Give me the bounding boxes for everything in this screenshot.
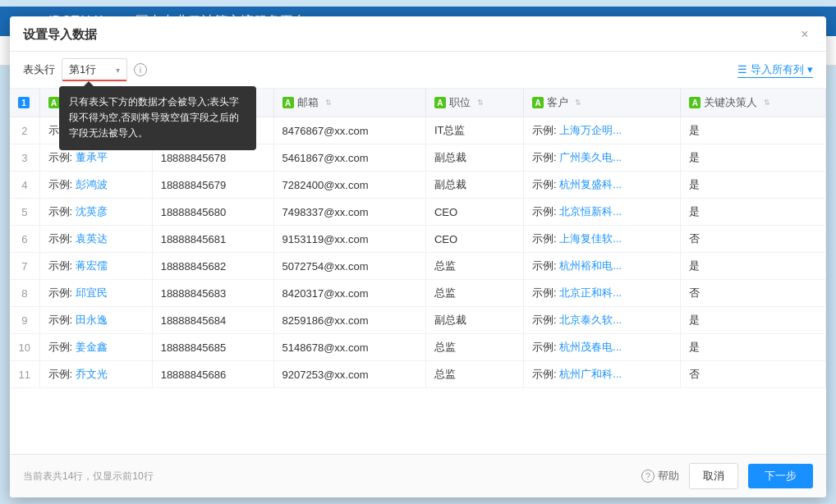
col-num-badge: 1 — [18, 97, 30, 108]
table-cell: 总监 — [425, 280, 523, 307]
table-cell: 5 — [10, 199, 39, 226]
table-cell: 18888845681 — [152, 226, 273, 253]
table-cell: 5461867@xx.com — [273, 144, 425, 172]
table-cell: 18888845679 — [152, 172, 273, 199]
import-all-button[interactable]: ☰ 导入所有列 ▾ — [737, 62, 813, 78]
col-kd-badge: A — [689, 97, 700, 108]
table-cell: 是 — [681, 253, 826, 280]
table-cell: 示例: 袁英达 — [39, 226, 152, 253]
toolbar: 表头行 第1行 ▾ i ☰ 导入所有列 ▾ — [10, 52, 826, 89]
example-value: 蒋宏儒 — [76, 259, 108, 272]
table-cell: 否 — [681, 280, 826, 307]
table-row[interactable]: 9示例: 田永逸188888456848259186@xx.com副总裁示例: … — [10, 307, 826, 334]
example-value: 袁英达 — [76, 232, 108, 245]
table-row[interactable]: 6示例: 袁英达188888456819153119@xx.comCEO示例: … — [10, 226, 826, 253]
import-data-modal: 设置导入数据 × 表头行 第1行 ▾ i ☰ 导入所有列 ▾ 只有表头下方的数据… — [10, 16, 826, 497]
table-cell: 是 — [681, 199, 826, 226]
table-cell: 18888845686 — [152, 361, 273, 388]
table-cell: 示例: 北京泰久软... — [524, 307, 681, 334]
col-customer-label: 客户 — [547, 95, 568, 110]
table-cell: 示例: 北京恒新科... — [524, 199, 681, 226]
table-row[interactable]: 11示例: 乔文光188888456869207253@xx.com总监示例: … — [10, 361, 826, 388]
example-value: 北京泰久软... — [559, 314, 622, 326]
help-button[interactable]: ? 帮助 — [641, 469, 679, 483]
info-icon[interactable]: i — [134, 63, 147, 76]
cancel-button[interactable]: 取消 — [689, 463, 738, 489]
table-cell: 7498337@xx.com — [273, 199, 425, 226]
example-value: 乔文光 — [76, 368, 108, 380]
col-pos-badge: A — [434, 97, 446, 108]
table-cell: 否 — [681, 226, 826, 253]
col-customer[interactable]: A 客户 ⇅ — [524, 89, 681, 117]
example-value: 田永逸 — [76, 314, 108, 326]
table-cell: 18888845685 — [152, 334, 273, 361]
table-cell: 是 — [681, 307, 826, 334]
next-button[interactable]: 下一步 — [748, 464, 813, 488]
example-value: 北京正和科... — [559, 286, 622, 299]
table-cell: 5072754@xx.com — [273, 253, 425, 280]
table-row[interactable]: 5示例: 沈英彦188888456807498337@xx.comCEO示例: … — [10, 199, 826, 226]
table-cell: 否 — [681, 361, 826, 388]
example-value: 沈英彦 — [76, 205, 108, 218]
table-cell: 示例: 杭州广和科... — [524, 361, 681, 388]
col-position[interactable]: A 职位 ⇅ — [425, 89, 523, 117]
table-cell: 是 — [681, 334, 826, 361]
table-cell: 示例: 上海复佳软... — [524, 226, 681, 253]
sort-icon-6: ⇅ — [764, 99, 770, 107]
col-email-badge: A — [282, 97, 294, 108]
col-position-label: 职位 — [449, 95, 471, 110]
import-all-label: 导入所有列 — [751, 62, 804, 77]
table-cell: 11 — [10, 361, 39, 388]
header-row-value: 第1行 — [69, 62, 96, 77]
example-value: 彭鸿波 — [76, 178, 108, 190]
header-row-select[interactable]: 第1行 ▾ — [62, 58, 127, 81]
table-cell: 是 — [681, 144, 826, 172]
col-a-badge: A — [48, 97, 60, 108]
help-label: 帮助 — [658, 469, 679, 483]
table-cell: CEO — [425, 226, 523, 253]
table-cell: 总监 — [425, 253, 523, 280]
col-cust-badge: A — [532, 97, 544, 108]
table-cell: 18888845683 — [152, 280, 273, 307]
table-row[interactable]: 7示例: 蒋宏儒188888456825072754@xx.com总监示例: 杭… — [10, 253, 826, 280]
table-cell: 示例: 邱宜民 — [39, 280, 152, 307]
example-value: 姜金鑫 — [76, 341, 108, 353]
table-row[interactable]: 10示例: 姜金鑫188888456855148678@xx.com总监示例: … — [10, 334, 826, 361]
table-cell: 示例: 杭州裕和电... — [524, 253, 681, 280]
example-value: 北京恒新科... — [559, 205, 622, 218]
table-cell: 示例: 北京正和科... — [524, 280, 681, 307]
sort-icon-5: ⇅ — [575, 99, 581, 107]
col-key-decision-label: 关键决策人 — [704, 95, 757, 110]
modal-title: 设置导入数据 — [23, 27, 97, 43]
table-cell: 9 — [10, 307, 39, 334]
table-cell: 副总裁 — [425, 144, 523, 172]
toolbar-label: 表头行 — [23, 62, 55, 77]
modal-header: 设置导入数据 × — [10, 16, 826, 52]
col-key-decision[interactable]: A 关键决策人 ⇅ — [681, 89, 826, 117]
col-email[interactable]: A 邮箱 ⇅ — [273, 89, 425, 117]
example-value: 广州美久电... — [559, 151, 622, 163]
table-cell: 8 — [10, 280, 39, 307]
modal-footer: 当前表共14行，仅显示前10行 ? 帮助 取消 下一步 — [10, 454, 826, 497]
close-button[interactable]: × — [797, 26, 813, 43]
example-value: 杭州复盛科... — [559, 178, 622, 190]
table-cell: 3 — [10, 144, 39, 172]
table-cell: 7282400@xx.com — [273, 172, 425, 199]
table-cell: 4 — [10, 172, 39, 199]
table-cell: 8420317@xx.com — [273, 280, 425, 307]
col-email-label: 邮箱 — [297, 95, 319, 110]
example-value: 邱宜民 — [76, 286, 108, 299]
table-cell: 总监 — [425, 361, 523, 388]
table-cell: 9207253@xx.com — [273, 361, 425, 388]
tooltip-text: 只有表头下方的数据才会被导入;表头字段不得为空,否则将导致空值字段之后的字段无法… — [69, 96, 239, 139]
import-all-icon: ☰ — [737, 63, 747, 76]
example-value: 上海万企明... — [559, 124, 622, 136]
table-row[interactable]: 4示例: 彭鸿波188888456797282400@xx.com副总裁示例: … — [10, 172, 826, 199]
tooltip-box: 只有表头下方的数据才会被导入;表头字段不得为空,否则将导致空值字段之后的字段无法… — [59, 86, 256, 150]
example-value: 杭州茂春电... — [559, 341, 622, 353]
table-cell: 副总裁 — [425, 307, 523, 334]
table-cell: 示例: 蒋宏儒 — [39, 253, 152, 280]
table-row[interactable]: 8示例: 邱宜民188888456838420317@xx.com总监示例: 北… — [10, 280, 826, 307]
dropdown-arrow: ▾ — [807, 63, 813, 76]
table-cell: 示例: 姜金鑫 — [39, 334, 152, 361]
